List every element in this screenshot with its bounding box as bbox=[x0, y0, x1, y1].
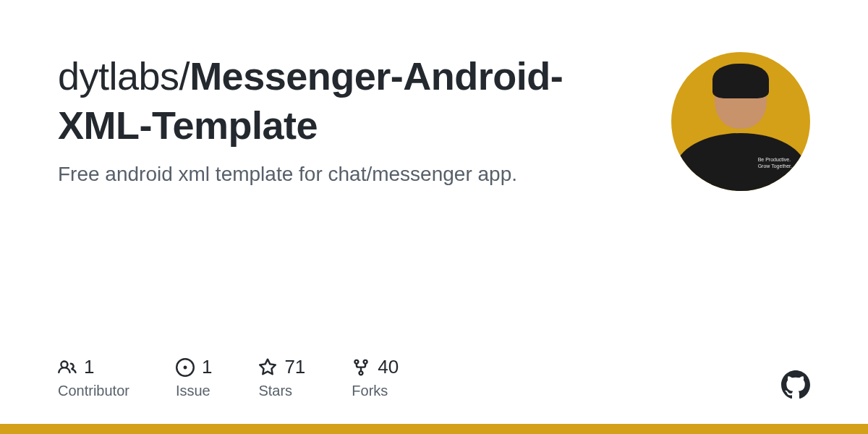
avatar-image: Be Productive. Grow Together. bbox=[671, 52, 810, 191]
issues-count: 1 bbox=[202, 356, 212, 378]
forks-label: Forks bbox=[352, 383, 399, 399]
repo-owner[interactable]: dytlabs bbox=[58, 54, 179, 98]
stars-count: 71 bbox=[284, 356, 305, 378]
contributors-icon bbox=[58, 358, 77, 377]
issue-icon bbox=[176, 358, 195, 377]
repo-title: dytlabs/Messenger-Android-XML-Template bbox=[58, 52, 622, 150]
contributors-label: Contributor bbox=[58, 383, 129, 399]
repo-description: Free android xml template for chat/messe… bbox=[58, 163, 622, 186]
issues-label: Issue bbox=[176, 383, 212, 399]
forks-count: 40 bbox=[378, 356, 399, 378]
stat-stars[interactable]: 71 Stars bbox=[258, 356, 305, 399]
fork-icon bbox=[352, 358, 370, 377]
stat-issues[interactable]: 1 Issue bbox=[176, 356, 212, 399]
star-icon bbox=[258, 358, 277, 377]
stat-contributors[interactable]: 1 Contributor bbox=[58, 356, 129, 399]
stats-bar: 1 Contributor 1 Issue 71 Stars bbox=[58, 356, 399, 399]
accent-bar bbox=[0, 424, 868, 434]
repo-separator: / bbox=[179, 54, 190, 98]
stat-forks[interactable]: 40 Forks bbox=[352, 356, 399, 399]
contributors-count: 1 bbox=[84, 356, 94, 378]
github-logo-icon[interactable] bbox=[781, 370, 810, 399]
avatar[interactable]: Be Productive. Grow Together. bbox=[671, 52, 810, 191]
stars-label: Stars bbox=[258, 383, 305, 399]
